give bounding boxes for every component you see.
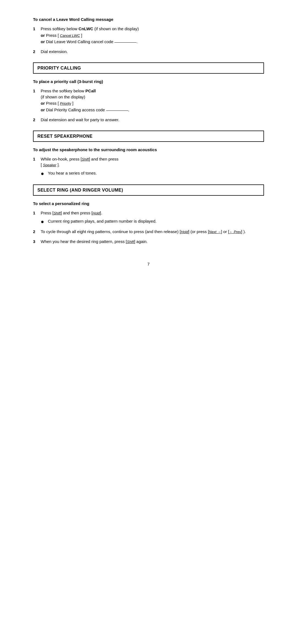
priority-key: Priority: [60, 101, 71, 106]
ring-step2-main2: ] (or press [: [188, 229, 209, 234]
reset-subsection-title: To adjust the speakerphone to the surrou…: [33, 147, 264, 153]
or1-prefix: or: [41, 101, 45, 106]
hold-key: Hold: [93, 211, 100, 215]
step-main2-text: (if shown on the display): [94, 26, 139, 31]
shift-key-3: Shift: [127, 240, 134, 244]
reset-bullet: ● You hear a series of tones.: [41, 170, 264, 177]
bullet-text: Current ring pattern plays, and pattern …: [48, 218, 264, 224]
reset-speakerphone-header-text: RESET SPEAKERPHONE: [37, 134, 93, 139]
or1-prefix: or: [41, 33, 45, 38]
step-content: When you hear the desired ring pattern, …: [41, 239, 264, 245]
step-number: 2: [33, 117, 41, 123]
bullet-text: You hear a series of tones.: [48, 170, 264, 176]
or-line-2: or Dial Leave Word Calling cancel code .: [41, 39, 264, 45]
step-number: 1: [33, 88, 41, 94]
or2-prefix: or: [41, 107, 45, 112]
or1-text: Press [ Cancel LWC ]: [46, 33, 82, 38]
step-content: Press softkey below CnLWC (if shown on t…: [41, 26, 264, 45]
step-number: 1: [33, 26, 41, 32]
cnlwc-bold: CnLWC: [79, 26, 93, 31]
reset-step1-prefix: While on-hook, press [: [41, 157, 82, 161]
reset-step1-mid: ] and then press: [89, 157, 119, 161]
ring-step3-suffix: ] again.: [134, 239, 148, 244]
blank-line: [106, 110, 128, 111]
step-number: 1: [33, 210, 41, 216]
ring-step1: 1 Press [Shift] and then press [Hold]. ●…: [33, 210, 264, 225]
step-content: Press [Shift] and then press [Hold].: [41, 210, 264, 216]
shift-key-1: Shift: [82, 157, 89, 161]
priority-calling-header-text: PRIORITY CALLING: [37, 66, 81, 70]
ring-step1-close: ].: [100, 211, 102, 215]
cancel-lwc-section: To cancel a Leave Word Calling message 1…: [33, 16, 264, 55]
cancel-lwc-step1: 1 Press softkey below CnLWC (if shown on…: [33, 26, 264, 45]
step-content: While on-hook, press [Shift] and then pr…: [41, 156, 264, 168]
priority-step2: 2 Dial extension and wait for party to a…: [33, 117, 264, 123]
bullet-icon: ●: [41, 218, 46, 225]
or-line-1: or Press [ Priority ]: [41, 100, 264, 106]
select-ring-section: SELECT RING (and RINGER VOLUME) To selec…: [33, 184, 264, 244]
ring-step1-prefix: Press [: [41, 211, 54, 215]
next-key: Next →: [209, 230, 221, 234]
step-main-text: Press softkey below: [41, 26, 77, 31]
or1-text: Press [ Priority ]: [46, 101, 73, 106]
priority-step1: 1 Press the softkey below PCall (if show…: [33, 88, 264, 113]
ring-step3: 3 When you hear the desired ring pattern…: [33, 239, 264, 245]
bullet-icon: ●: [41, 170, 46, 177]
cancel-lwc-key: Cancel LWC: [60, 34, 80, 38]
speaker-key: Speaker: [43, 163, 56, 167]
reset-speakerphone-section: RESET SPEAKERPHONE To adjust the speaker…: [33, 131, 264, 177]
ring-step2: 2 To cycle through all eight ring patter…: [33, 229, 264, 235]
ring-step2-main4: ] ).: [241, 229, 246, 234]
or-line-1: or Press [ Cancel LWC ]: [41, 32, 264, 38]
ring-subsection-title: To select a personalized ring: [33, 201, 264, 207]
reset-step1-key2-open: [ Speaker ].: [41, 162, 60, 167]
prev-key: ← Prev: [229, 230, 241, 234]
hold-key-2: Hold: [181, 230, 188, 234]
page-number: 7: [33, 261, 264, 267]
ring-step2-main3: ] or [: [221, 229, 229, 234]
cancel-lwc-step2: 2 Dial extension.: [33, 49, 264, 55]
priority-calling-header: PRIORITY CALLING: [33, 62, 264, 74]
step-number: 3: [33, 239, 41, 245]
step-number: 2: [33, 49, 41, 55]
blank-line: [114, 42, 136, 43]
step-number: 2: [33, 229, 41, 235]
step-content: Dial extension.: [41, 49, 264, 55]
shift-key: Shift: [54, 211, 61, 215]
or-line-2: or Dial Priority Calling access code .: [41, 107, 264, 113]
select-ring-header-text: SELECT RING (and RINGER VOLUME): [37, 188, 123, 192]
select-ring-header: SELECT RING (and RINGER VOLUME): [33, 184, 264, 196]
step-content: Dial extension and wait for party to ans…: [41, 117, 264, 123]
priority-step1-line2: (if shown on the display): [41, 95, 85, 99]
or2-text: Dial Priority Calling access code .: [46, 107, 129, 112]
ring-step3-prefix: When you hear the desired ring pattern, …: [41, 239, 127, 244]
ring-step1-mid: ] and then press [: [61, 211, 93, 215]
or2-text: Dial Leave Word Calling cancel code .: [46, 39, 138, 44]
priority-subsection-title: To place a priority call (3-burst ring): [33, 79, 264, 85]
priority-calling-section: PRIORITY CALLING To place a priority cal…: [33, 62, 264, 123]
reset-step1: 1 While on-hook, press [Shift] and then …: [33, 156, 264, 177]
step-number: 1: [33, 156, 41, 162]
pcall-bold: PCall: [86, 89, 96, 93]
priority-step1-prefix: Press the softkey below: [41, 89, 84, 93]
step-content: To cycle through all eight ring patterns…: [41, 229, 264, 235]
or2-prefix: or: [41, 39, 45, 44]
cancel-lwc-title: To cancel a Leave Word Calling message: [33, 16, 264, 23]
ring-step1-bullet: ● Current ring pattern plays, and patter…: [41, 218, 264, 225]
step-content: Press the softkey below PCall (if shown …: [41, 88, 264, 113]
ring-step2-main: To cycle through all eight ring patterns…: [41, 229, 181, 234]
reset-speakerphone-header: RESET SPEAKERPHONE: [33, 131, 264, 142]
